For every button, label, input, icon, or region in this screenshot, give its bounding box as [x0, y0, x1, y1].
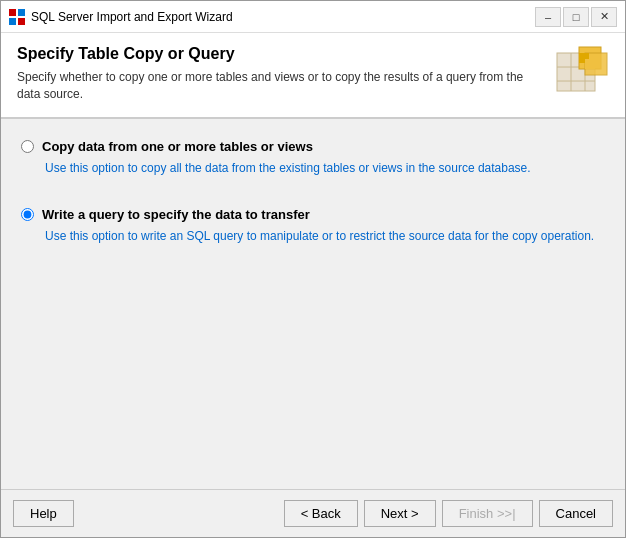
back-button[interactable]: < Back — [284, 500, 358, 527]
maximize-button[interactable]: □ — [563, 7, 589, 27]
next-button[interactable]: Next > — [364, 500, 436, 527]
header-area: Specify Table Copy or Query Specify whet… — [1, 33, 625, 119]
page-description: Specify whether to copy one or more tabl… — [17, 69, 539, 103]
cancel-button[interactable]: Cancel — [539, 500, 613, 527]
window-controls: – □ ✕ — [535, 7, 617, 27]
wizard-icon — [549, 45, 609, 105]
svg-rect-2 — [9, 18, 16, 25]
footer-left: Help — [13, 500, 74, 527]
svg-rect-12 — [585, 59, 595, 69]
write-query-label[interactable]: Write a query to specify the data to tra… — [42, 207, 310, 222]
footer-right: < Back Next > Finish >>| Cancel — [74, 500, 613, 527]
option-copy-group: Copy data from one or more tables or vie… — [21, 139, 605, 177]
write-query-radio[interactable] — [21, 208, 34, 221]
option-query-group: Write a query to specify the data to tra… — [21, 207, 605, 245]
svg-rect-3 — [18, 18, 25, 25]
copy-tables-label[interactable]: Copy data from one or more tables or vie… — [42, 139, 313, 154]
svg-rect-1 — [18, 9, 25, 16]
page-title: Specify Table Copy or Query — [17, 45, 539, 63]
app-icon — [9, 9, 25, 25]
wizard-window: SQL Server Import and Export Wizard – □ … — [0, 0, 626, 538]
option-query-row: Write a query to specify the data to tra… — [21, 207, 605, 222]
content-area: Copy data from one or more tables or vie… — [1, 119, 625, 489]
close-button[interactable]: ✕ — [591, 7, 617, 27]
window-title: SQL Server Import and Export Wizard — [31, 10, 535, 24]
header-icon — [549, 45, 609, 105]
minimize-button[interactable]: – — [535, 7, 561, 27]
option-copy-row: Copy data from one or more tables or vie… — [21, 139, 605, 154]
header-text: Specify Table Copy or Query Specify whet… — [17, 45, 539, 103]
title-bar: SQL Server Import and Export Wizard – □ … — [1, 1, 625, 33]
copy-tables-description: Use this option to copy all the data fro… — [45, 160, 605, 177]
svg-rect-0 — [9, 9, 16, 16]
help-button[interactable]: Help — [13, 500, 74, 527]
write-query-description: Use this option to write an SQL query to… — [45, 228, 605, 245]
footer: Help < Back Next > Finish >>| Cancel — [1, 489, 625, 537]
finish-button: Finish >>| — [442, 500, 533, 527]
copy-tables-radio[interactable] — [21, 140, 34, 153]
